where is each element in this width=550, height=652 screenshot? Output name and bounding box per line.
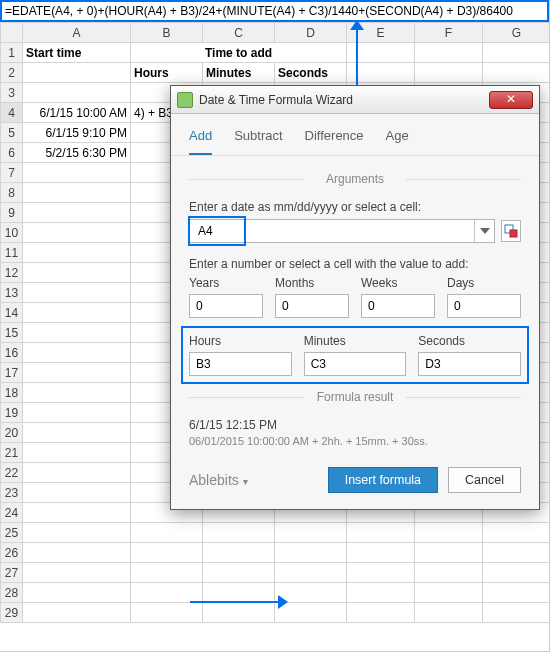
col-header-D[interactable]: D xyxy=(275,23,347,43)
cell[interactable] xyxy=(23,443,131,463)
years-input[interactable] xyxy=(189,294,263,318)
cell[interactable] xyxy=(415,603,483,623)
cell[interactable] xyxy=(275,563,347,583)
cell[interactable]: Minutes xyxy=(203,63,275,83)
minutes-input[interactable] xyxy=(304,352,407,376)
row-header[interactable]: 5 xyxy=(1,123,23,143)
insert-formula-button[interactable]: Insert formula xyxy=(328,467,438,493)
weeks-input[interactable] xyxy=(361,294,435,318)
cell[interactable] xyxy=(415,583,483,603)
cell[interactable] xyxy=(483,603,551,623)
row-header[interactable]: 24 xyxy=(1,503,23,523)
cell[interactable] xyxy=(23,463,131,483)
cell[interactable] xyxy=(23,483,131,503)
row-header[interactable]: 29 xyxy=(1,603,23,623)
tab-difference[interactable]: Difference xyxy=(305,128,364,155)
row-header[interactable]: 13 xyxy=(1,283,23,303)
cell[interactable] xyxy=(415,543,483,563)
cell[interactable] xyxy=(23,523,131,543)
cell[interactable]: Hours xyxy=(131,63,203,83)
cell[interactable] xyxy=(415,43,483,63)
hours-input[interactable] xyxy=(189,352,292,376)
cell[interactable]: Time to add xyxy=(131,43,347,63)
brand-menu[interactable]: Ablebits ▾ xyxy=(189,472,318,488)
date-dropdown-button[interactable] xyxy=(474,220,494,242)
cell[interactable] xyxy=(415,563,483,583)
cell[interactable] xyxy=(23,263,131,283)
row-header[interactable]: 26 xyxy=(1,543,23,563)
cell[interactable] xyxy=(483,543,551,563)
row-header[interactable]: 3 xyxy=(1,83,23,103)
cancel-button[interactable]: Cancel xyxy=(448,467,521,493)
row-header[interactable]: 22 xyxy=(1,463,23,483)
cell[interactable] xyxy=(203,583,275,603)
col-header-B[interactable]: B xyxy=(131,23,203,43)
cell[interactable]: 6/1/15 10:00 AM xyxy=(23,103,131,123)
row-header[interactable]: 17 xyxy=(1,363,23,383)
cell[interactable] xyxy=(23,283,131,303)
cell[interactable] xyxy=(23,583,131,603)
cell[interactable] xyxy=(23,243,131,263)
cell[interactable] xyxy=(415,63,483,83)
cell[interactable]: Start time xyxy=(23,43,131,63)
cell[interactable] xyxy=(131,523,203,543)
row-header[interactable]: 19 xyxy=(1,403,23,423)
row-header[interactable]: 4 xyxy=(1,103,23,123)
cell[interactable] xyxy=(203,523,275,543)
col-header-A[interactable]: A xyxy=(23,23,131,43)
cell[interactable] xyxy=(23,183,131,203)
cell[interactable] xyxy=(23,423,131,443)
cell[interactable] xyxy=(275,523,347,543)
tab-add[interactable]: Add xyxy=(189,128,212,155)
days-input[interactable] xyxy=(447,294,521,318)
select-all-cell[interactable] xyxy=(1,23,23,43)
row-header[interactable]: 25 xyxy=(1,523,23,543)
cell[interactable] xyxy=(23,63,131,83)
cell[interactable] xyxy=(23,83,131,103)
date-input[interactable] xyxy=(192,220,242,242)
row-header[interactable]: 9 xyxy=(1,203,23,223)
cell[interactable] xyxy=(23,223,131,243)
cell-reference-picker-button[interactable] xyxy=(501,220,521,242)
cell[interactable] xyxy=(23,543,131,563)
row-header[interactable]: 12 xyxy=(1,263,23,283)
close-button[interactable]: ✕ xyxy=(489,91,533,109)
cell[interactable] xyxy=(483,563,551,583)
tab-age[interactable]: Age xyxy=(386,128,409,155)
cell[interactable] xyxy=(347,543,415,563)
row-header[interactable]: 1 xyxy=(1,43,23,63)
cell[interactable] xyxy=(347,523,415,543)
seconds-input[interactable] xyxy=(418,352,521,376)
cell[interactable] xyxy=(131,563,203,583)
col-header-F[interactable]: F xyxy=(415,23,483,43)
cell[interactable] xyxy=(415,523,483,543)
cell[interactable] xyxy=(347,603,415,623)
cell[interactable] xyxy=(23,383,131,403)
row-header[interactable]: 7 xyxy=(1,163,23,183)
row-header[interactable]: 15 xyxy=(1,323,23,343)
dialog-titlebar[interactable]: Date & Time Formula Wizard ✕ xyxy=(171,86,539,114)
row-header[interactable]: 21 xyxy=(1,443,23,463)
cell[interactable] xyxy=(23,403,131,423)
cell[interactable] xyxy=(23,363,131,383)
cell[interactable] xyxy=(23,503,131,523)
formula-bar[interactable]: =EDATE(A4, + 0)+(HOUR(A4) + B3)/24+(MINU… xyxy=(0,0,549,22)
cell[interactable] xyxy=(347,583,415,603)
row-header[interactable]: 2 xyxy=(1,63,23,83)
cell[interactable]: Seconds xyxy=(275,63,347,83)
cell[interactable] xyxy=(275,543,347,563)
cell[interactable]: 6/1/15 9:10 PM xyxy=(23,123,131,143)
row-header[interactable]: 20 xyxy=(1,423,23,443)
cell[interactable] xyxy=(347,563,415,583)
cell[interactable] xyxy=(483,43,551,63)
cell[interactable] xyxy=(131,583,203,603)
row-header[interactable]: 11 xyxy=(1,243,23,263)
cell[interactable] xyxy=(23,163,131,183)
col-header-G[interactable]: G xyxy=(483,23,551,43)
row-header[interactable]: 23 xyxy=(1,483,23,503)
cell[interactable] xyxy=(131,543,203,563)
row-header[interactable]: 14 xyxy=(1,303,23,323)
col-header-C[interactable]: C xyxy=(203,23,275,43)
cell[interactable] xyxy=(203,543,275,563)
tab-subtract[interactable]: Subtract xyxy=(234,128,282,155)
